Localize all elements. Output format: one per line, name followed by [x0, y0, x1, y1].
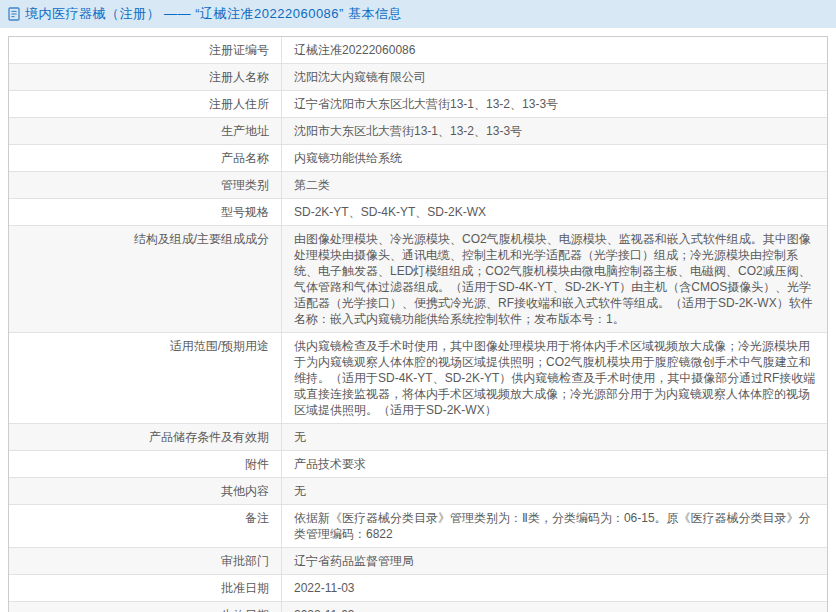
row-label-text: 结构及组成/主要组成成分	[134, 231, 269, 247]
row-value: 产品技术要求	[282, 451, 827, 477]
row-value: 2022-11-03	[282, 602, 827, 612]
row-label-text: 附件	[245, 456, 269, 472]
row-label: 注册证编号	[9, 37, 282, 63]
table-row: 备注依据新《医疗器械分类目录》管理类别为：Ⅱ类，分类编码为：06-15。原《医疗…	[9, 505, 827, 548]
table-row: 适用范围/预期用途供内窥镜检查及手术时使用，其中图像处理模块用于将体内手术区域视…	[9, 333, 827, 424]
table-row: 产品储存条件及有效期无	[9, 424, 827, 451]
registration-info-table: 注册证编号辽械注准20222060086注册人名称沈阳沈大内窥镜有限公司注册人住…	[8, 36, 828, 612]
row-label-text: 审批部门	[221, 553, 269, 569]
row-label: 批准日期	[9, 575, 282, 601]
document-icon	[8, 7, 21, 21]
table-row: 管理类别第二类	[9, 172, 827, 199]
row-value: 无	[282, 424, 827, 450]
row-label-text: 备注	[245, 510, 269, 526]
row-value: 沈阳市大东区北大营街13-1、13-2、13-3号	[282, 118, 827, 144]
row-label-text: 注册人住所	[209, 96, 269, 112]
row-label: 审批部门	[9, 548, 282, 574]
table-row: 审批部门辽宁省药品监督管理局	[9, 548, 827, 575]
row-value: 2022-11-03	[282, 575, 827, 601]
table-row: 注册人名称沈阳沈大内窥镜有限公司	[9, 64, 827, 91]
page-header: 境内医疗器械（注册） —— “辽械注准20222060086” 基本信息	[0, 0, 836, 28]
table-row: 批准日期2022-11-03	[9, 575, 827, 602]
row-label-text: 适用范围/预期用途	[170, 338, 269, 354]
table-row: 附件产品技术要求	[9, 451, 827, 478]
row-value: 沈阳沈大内窥镜有限公司	[282, 64, 827, 90]
row-label: 附件	[9, 451, 282, 477]
row-label: 型号规格	[9, 199, 282, 225]
table-row: 生产地址沈阳市大东区北大营街13-1、13-2、13-3号	[9, 118, 827, 145]
row-label-text: 生效日期	[221, 607, 269, 612]
row-label-text: 生产地址	[221, 123, 269, 139]
table-row: 注册人住所辽宁省沈阳市大东区北大营街13-1、13-2、13-3号	[9, 91, 827, 118]
row-label: 生产地址	[9, 118, 282, 144]
page-title: 境内医疗器械（注册） —— “辽械注准20222060086” 基本信息	[25, 5, 402, 23]
row-label: 产品名称	[9, 145, 282, 171]
table-row: 生效日期2022-11-03	[9, 602, 827, 612]
row-value: 辽宁省药品监督管理局	[282, 548, 827, 574]
row-label-text: 管理类别	[221, 177, 269, 193]
row-label-text: 产品储存条件及有效期	[149, 429, 269, 445]
row-label-text: 注册人名称	[209, 69, 269, 85]
row-label: 生效日期	[9, 602, 282, 612]
row-value: 供内窥镜检查及手术时使用，其中图像处理模块用于将体内手术区域视频放大成像；冷光源…	[282, 333, 827, 423]
table-row: 型号规格SD-2K-YT、SD-4K-YT、SD-2K-WX	[9, 199, 827, 226]
table-row: 注册证编号辽械注准20222060086	[9, 37, 827, 64]
table-row: 其他内容无	[9, 478, 827, 505]
row-label-text: 型号规格	[221, 204, 269, 220]
row-label: 注册人住所	[9, 91, 282, 117]
row-value: 依据新《医疗器械分类目录》管理类别为：Ⅱ类，分类编码为：06-15。原《医疗器械…	[282, 505, 827, 547]
row-label-text: 注册证编号	[209, 42, 269, 58]
row-label-text: 批准日期	[221, 580, 269, 596]
row-label: 产品储存条件及有效期	[9, 424, 282, 450]
table-row: 产品名称内窥镜功能供给系统	[9, 145, 827, 172]
row-value: SD-2K-YT、SD-4K-YT、SD-2K-WX	[282, 199, 827, 225]
row-label: 管理类别	[9, 172, 282, 198]
row-value: 辽械注准20222060086	[282, 37, 827, 63]
row-value: 辽宁省沈阳市大东区北大营街13-1、13-2、13-3号	[282, 91, 827, 117]
row-value: 由图像处理模块、冷光源模块、CO2气腹机模块、电源模块、监视器和嵌入式软件组成。…	[282, 226, 827, 332]
row-label-text: 其他内容	[221, 483, 269, 499]
row-value: 第二类	[282, 172, 827, 198]
row-label: 注册人名称	[9, 64, 282, 90]
row-label: 其他内容	[9, 478, 282, 504]
row-value: 无	[282, 478, 827, 504]
row-label: 适用范围/预期用途	[9, 333, 282, 423]
row-label-text: 产品名称	[221, 150, 269, 166]
row-label: 备注	[9, 505, 282, 547]
table-row: 结构及组成/主要组成成分由图像处理模块、冷光源模块、CO2气腹机模块、电源模块、…	[9, 226, 827, 333]
row-value: 内窥镜功能供给系统	[282, 145, 827, 171]
row-label: 结构及组成/主要组成成分	[9, 226, 282, 332]
